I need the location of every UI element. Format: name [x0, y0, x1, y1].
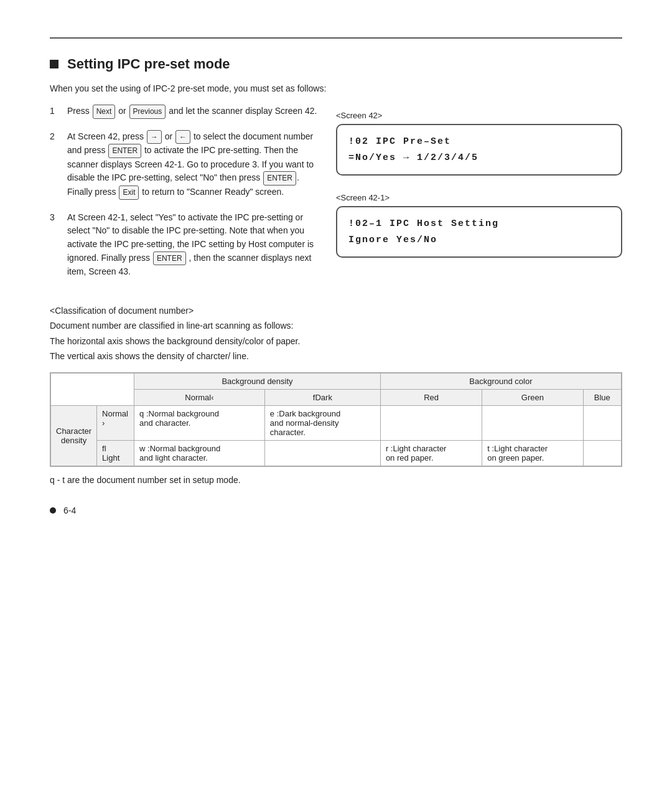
- r-cell: r :Light characteron red paper.: [380, 440, 482, 466]
- enter-key-3: ENTER: [153, 251, 186, 266]
- top-rule: [50, 37, 622, 39]
- bg-color-header: Background color: [380, 373, 621, 389]
- page-number: 6-4: [63, 505, 76, 515]
- normal-subheader: Normal‹: [134, 389, 265, 405]
- enter-key-2: ENTER: [263, 171, 296, 186]
- step-2: 2 At Screen 42, press → or ← to select t…: [50, 130, 317, 200]
- step-list: 1 Press Next or Previous and let the sca…: [50, 105, 317, 279]
- w-cell: w :Normal backgroundand light character.: [134, 440, 265, 466]
- char-density-header: Characterdensity: [51, 405, 97, 466]
- screen42-box: !02 IPC Pre–Set =No/Yes → 1/2/3/4/5: [336, 124, 622, 176]
- red-normal-cell: [380, 405, 482, 440]
- exit-key: Exit: [119, 186, 139, 200]
- dark-light-cell: [264, 440, 380, 466]
- classification-section: <Classification of document number> Docu…: [50, 304, 622, 487]
- square-bullet-icon: [50, 60, 58, 68]
- previous-key: Previous: [129, 105, 166, 119]
- section-title: Setting IPC pre-set mode: [50, 56, 622, 72]
- left-column: 1 Press Next or Previous and let the sca…: [50, 105, 317, 290]
- green-subheader: Green: [482, 389, 583, 405]
- step-2-text: At Screen 42, press → or ← to select the…: [67, 130, 317, 200]
- table-row-light: fl Light w :Normal backgroundand light c…: [51, 440, 622, 466]
- classification-line1: Document number are classified in line-a…: [50, 319, 622, 332]
- blue-subheader: Blue: [583, 389, 621, 405]
- green-normal-cell: [482, 405, 583, 440]
- screen421-line2: Ignore Yes/No: [348, 232, 610, 248]
- screen421-line1: !02–1 IPC Host Setting: [348, 216, 610, 232]
- enter-key-1: ENTER: [108, 144, 141, 158]
- light-row-label: fl Light: [97, 440, 134, 466]
- red-subheader: Red: [380, 389, 482, 405]
- blue-normal-cell: [583, 405, 621, 440]
- step-1-text: Press Next or Previous and let the scann…: [67, 105, 317, 119]
- screen42-line2: =No/Yes → 1/2/3/4/5: [348, 150, 610, 166]
- blue-light-cell: [583, 440, 621, 466]
- q-cell: q :Normal backgroundand character.: [134, 405, 265, 440]
- arrow-right-key: →: [147, 130, 162, 144]
- step-1: 1 Press Next or Previous and let the sca…: [50, 105, 317, 119]
- classification-heading: <Classification of document number>: [50, 304, 622, 317]
- dark-subheader: fDark: [264, 389, 380, 405]
- screen421-box: !02–1 IPC Host Setting Ignore Yes/No: [336, 206, 622, 258]
- next-key: Next: [93, 105, 116, 119]
- screen421-label: <Screen 42-1>: [336, 193, 622, 202]
- step-1-num: 1: [50, 105, 58, 119]
- step-3: 3 At Screen 42-1, select "Yes" to activa…: [50, 211, 317, 279]
- screen42-line1: !02 IPC Pre–Set: [348, 134, 610, 150]
- right-column: <Screen 42> !02 IPC Pre–Set =No/Yes → 1/…: [336, 105, 622, 290]
- document-table-wrapper: Background density Background color Norm…: [50, 372, 622, 467]
- classification-line2: The horizontal axis shows the background…: [50, 334, 622, 348]
- normal-row-label: Normal ›: [97, 405, 134, 440]
- arrow-left-key: ←: [175, 130, 190, 144]
- document-table: Background density Background color Norm…: [50, 373, 622, 466]
- page-bullet-icon: [50, 507, 56, 514]
- intro-text: When you set the using of IPC-2 pre-set …: [50, 83, 622, 93]
- bottom-area: 6-4: [50, 505, 622, 515]
- step-3-text: At Screen 42-1, select "Yes" to activate…: [67, 211, 317, 279]
- e-cell: e :Dark backgroundand normal-densitychar…: [264, 405, 380, 440]
- title-text: Setting IPC pre-set mode: [67, 56, 230, 72]
- step-2-num: 2: [50, 130, 58, 200]
- bg-density-header: Background density: [134, 373, 381, 389]
- table-empty-header: [51, 373, 134, 405]
- classification-line3: The vertical axis shows the density of c…: [50, 349, 622, 363]
- table-row-normal: Characterdensity Normal › q :Normal back…: [51, 405, 622, 440]
- t-cell: t :Light characteron green paper.: [482, 440, 583, 466]
- screen42-label: <Screen 42>: [336, 111, 622, 120]
- content-area: 1 Press Next or Previous and let the sca…: [50, 105, 622, 290]
- footnote: q - t are the document number set in set…: [50, 473, 622, 487]
- step-3-num: 3: [50, 211, 58, 279]
